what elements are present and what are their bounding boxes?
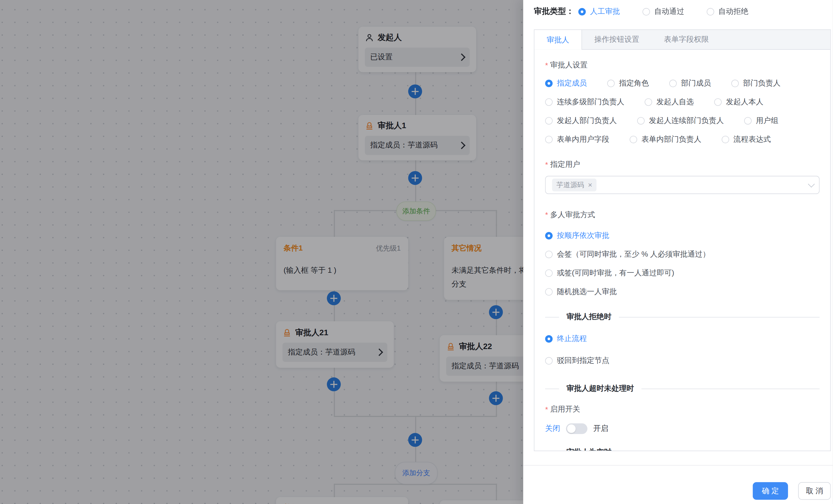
confirm-button[interactable]: 确 定: [753, 482, 788, 500]
radio-icon: [545, 251, 552, 258]
assign-user-label: * 指定用户: [545, 160, 819, 169]
radio-icon: [545, 232, 552, 240]
radio-initiator-select[interactable]: 发起人自选: [644, 97, 694, 107]
timeout-section-divider: 审批人超时未处理时: [545, 384, 819, 394]
radio-initiator-multi-dept-leader[interactable]: 发起人连续部门负责人: [637, 116, 724, 126]
required-asterisk: *: [545, 61, 548, 70]
required-asterisk: *: [545, 405, 548, 414]
radio-icon: [669, 80, 677, 87]
tab-approver[interactable]: 审批人: [534, 30, 582, 50]
radio-icon: [545, 99, 552, 106]
radio-dept-member[interactable]: 部门成员: [669, 79, 711, 88]
radio-dept-leader[interactable]: 部门负责人: [731, 79, 781, 88]
radio-terminate-process[interactable]: 终止流程: [545, 334, 587, 344]
radio-auto-approve[interactable]: 自动通过: [642, 7, 684, 16]
radio-icon: [545, 357, 552, 364]
radio-random-one[interactable]: 随机挑选一人审批: [545, 287, 617, 297]
empty-assignee-divider: 审批人为空时: [545, 447, 819, 450]
radio-sequential-approval[interactable]: 按顺序依次审批: [545, 231, 609, 241]
enable-switch-label: * 启用开关: [545, 405, 819, 414]
tab-header: 审批人 操作按钮设置 表单字段权限: [534, 30, 830, 50]
radio-form-user-field[interactable]: 表单内用户字段: [545, 135, 609, 144]
chevron-down-icon: [808, 180, 815, 187]
radio-icon: [545, 335, 552, 343]
radio-multi-level-dept-leader[interactable]: 连续多级部门负责人: [545, 97, 624, 107]
radio-icon: [545, 80, 552, 87]
cancel-button[interactable]: 取 消: [798, 482, 831, 500]
radio-icon: [545, 117, 552, 124]
radio-countersign[interactable]: 会签（可同时审批，至少 % 人必须审批通过）: [545, 250, 710, 259]
switch-off-label: 关闭: [545, 424, 560, 433]
approver-settings-dialog: 审批类型： 人工审批 自动通过 自动拒绝 审批人 操作按钮设: [523, 0, 833, 504]
radio-assigned-role[interactable]: 指定角色: [607, 79, 649, 88]
radio-icon: [545, 136, 552, 143]
app-stage: 发起人 已设置 审批人1 指定成员：芋道源码 添加条件: [0, 0, 833, 504]
radio-process-expression[interactable]: 流程表达式: [722, 135, 771, 144]
radio-icon: [637, 117, 644, 124]
switch-on-label: 开启: [593, 424, 608, 433]
radio-initiator-self[interactable]: 发起人本人: [714, 97, 764, 107]
empty-assignee-title: 审批人为空时: [559, 447, 619, 450]
approval-type-label: 审批类型：: [534, 6, 574, 17]
multi-mode-label: * 多人审批方式: [545, 210, 819, 220]
selected-user-tag: 芋道源码 ×: [552, 179, 596, 192]
radio-icon: [707, 8, 714, 15]
radio-user-group[interactable]: 用户组: [744, 116, 779, 126]
radio-icon: [722, 136, 729, 143]
radio-manual-approval[interactable]: 人工审批: [578, 7, 620, 16]
radio-icon: [630, 136, 637, 143]
approval-type-row: 审批类型： 人工审批 自动通过 自动拒绝: [534, 6, 748, 17]
radio-icon: [578, 8, 586, 15]
radio-auto-reject[interactable]: 自动拒绝: [707, 7, 748, 16]
radio-icon: [731, 80, 739, 87]
required-asterisk: *: [545, 210, 548, 219]
timeout-switch-row: 关闭 开启: [545, 423, 819, 435]
radio-icon: [545, 269, 552, 277]
radio-form-dept-leader[interactable]: 表单内部门负责人: [630, 135, 701, 144]
settings-tabs: 审批人 操作按钮设置 表单字段权限 * 审批人设置 指定成员 指定角色: [534, 29, 831, 451]
radio-icon: [644, 99, 652, 106]
approver-setup-label: * 审批人设置: [545, 60, 819, 70]
radio-return-to-node[interactable]: 驳回到指定节点: [545, 356, 609, 366]
radio-assigned-member[interactable]: 指定成员: [545, 79, 587, 88]
required-asterisk: *: [545, 160, 548, 169]
radio-initiator-dept-leader[interactable]: 发起人部门负责人: [545, 116, 617, 126]
assign-user-select[interactable]: 芋道源码 ×: [545, 176, 819, 194]
radio-icon: [607, 80, 615, 87]
tag-close-icon[interactable]: ×: [588, 181, 592, 188]
tab-form-field-permission[interactable]: 表单字段权限: [652, 30, 721, 49]
reject-section-title: 审批人拒绝时: [559, 312, 619, 322]
radio-icon: [714, 99, 722, 106]
tab-body: * 审批人设置 指定成员 指定角色 部门成员 部门负责人: [534, 50, 830, 451]
footer-divider: [523, 465, 833, 466]
tab-button-settings[interactable]: 操作按钮设置: [582, 30, 651, 49]
radio-icon: [545, 288, 552, 296]
timeout-section-title: 审批人超时未处理时: [559, 384, 642, 394]
reject-section-divider: 审批人拒绝时: [545, 312, 819, 322]
radio-icon: [642, 8, 650, 15]
radio-orsign[interactable]: 或签(可同时审批，有一人通过即可): [545, 269, 674, 278]
radio-icon: [744, 117, 752, 124]
timeout-toggle[interactable]: [566, 423, 588, 434]
